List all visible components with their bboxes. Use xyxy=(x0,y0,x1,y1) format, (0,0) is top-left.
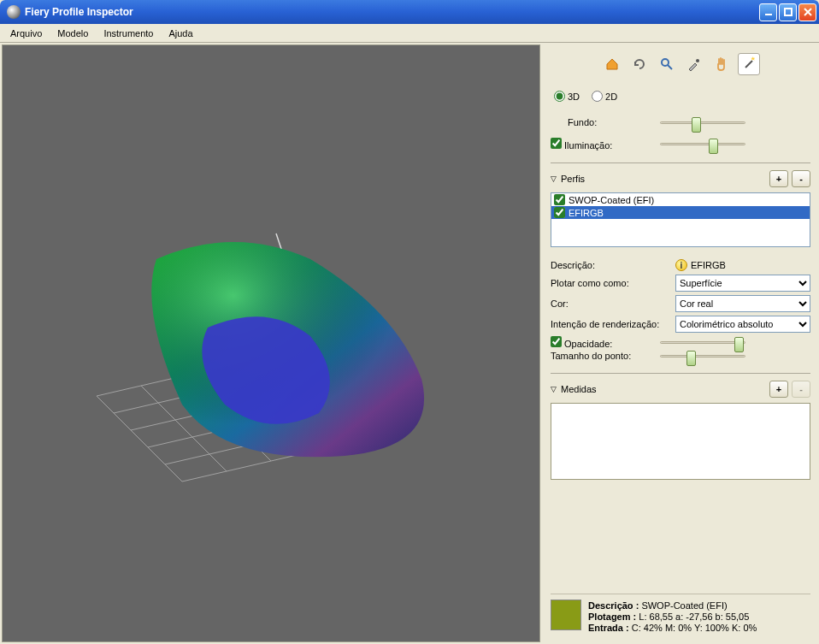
dotsize-slider[interactable] xyxy=(660,355,745,357)
background-slider[interactable] xyxy=(660,121,745,124)
menu-ajuda[interactable]: Ajuda xyxy=(162,27,199,40)
intent-label: Intenção de renderização: xyxy=(551,319,670,329)
measurements-list[interactable] xyxy=(551,403,810,480)
radio-3d[interactable]: 3D xyxy=(554,91,580,102)
minimize-button[interactable] xyxy=(759,3,777,21)
plot-as-label: Plotar como como: xyxy=(551,278,670,288)
lighting-slider[interactable] xyxy=(660,143,745,145)
view-toolbar xyxy=(551,53,810,75)
control-panel: 3D 2D Fundo: Iluminação: ▽ Perfis + - SW… xyxy=(542,43,819,644)
app-icon xyxy=(7,5,21,19)
gamut-plot xyxy=(97,208,456,499)
menu-modelo[interactable]: Modelo xyxy=(50,27,95,40)
add-measurement-button[interactable]: + xyxy=(769,381,788,398)
background-label: Fundo: xyxy=(551,117,653,127)
add-profile-button[interactable]: + xyxy=(769,170,788,187)
radio-2d[interactable]: 2D xyxy=(592,91,617,102)
chevron-down-icon[interactable]: ▽ xyxy=(551,385,557,393)
remove-profile-button[interactable]: - xyxy=(792,170,810,187)
opacity-slider[interactable] xyxy=(660,341,745,344)
status-lines: Descrição : SWOP-Coated (EFI) Plotagem :… xyxy=(588,600,757,634)
menu-instrumento[interactable]: Instrumento xyxy=(97,27,160,40)
window-buttons xyxy=(759,3,816,21)
color-swatch xyxy=(551,600,581,630)
opacity-checkbox[interactable]: Opacidade: xyxy=(551,336,653,349)
chevron-down-icon[interactable]: ▽ xyxy=(551,174,557,183)
home-button[interactable] xyxy=(601,53,623,75)
3d-viewport[interactable] xyxy=(2,44,540,642)
remove-measurement-button[interactable]: - xyxy=(792,381,810,398)
view-mode-radios: 3D 2D xyxy=(551,89,810,109)
lighting-checkbox[interactable]: Iluminação: xyxy=(551,138,653,151)
svg-point-19 xyxy=(696,59,699,62)
svg-point-17 xyxy=(662,59,669,66)
menubar: Arquivo Modelo Instrumento Ajuda xyxy=(0,24,819,43)
close-button[interactable] xyxy=(798,3,816,21)
rotate-button[interactable] xyxy=(628,53,651,75)
color-select[interactable]: Cor real xyxy=(675,295,810,312)
svg-line-18 xyxy=(668,65,672,69)
dotsize-label: Tamanho do ponto: xyxy=(551,351,653,361)
svg-line-10 xyxy=(97,396,182,482)
intent-select[interactable]: Colorimétrico absoluto xyxy=(675,316,810,333)
list-item[interactable]: SWOP-Coated (EFI) xyxy=(551,193,810,206)
description-label: Descrição: xyxy=(551,260,670,270)
titlebar: Fiery Profile Inspector xyxy=(0,0,819,24)
profiles-title: Perfis xyxy=(561,174,585,184)
status-box: Descrição : SWOP-Coated (EFI) Plotagem :… xyxy=(551,594,810,639)
menu-arquivo[interactable]: Arquivo xyxy=(3,27,49,40)
eyedropper-button[interactable] xyxy=(683,53,705,75)
zoom-button[interactable] xyxy=(656,53,678,75)
profiles-section: ▽ Perfis + - SWOP-Coated (EFI) EFIRGB De… xyxy=(551,162,810,363)
info-icon: i xyxy=(675,259,687,271)
description-value: iEFIRGB xyxy=(675,259,810,271)
profiles-list[interactable]: SWOP-Coated (EFI) EFIRGB xyxy=(551,192,810,247)
window-title: Fiery Profile Inspector xyxy=(25,6,759,18)
pan-button[interactable] xyxy=(710,53,733,75)
plot-as-select[interactable]: Superfície xyxy=(675,275,810,292)
maximize-button[interactable] xyxy=(779,3,797,21)
wand-button[interactable] xyxy=(738,53,760,75)
measurements-section: ▽ Medidas + - xyxy=(551,373,810,480)
measurements-title: Medidas xyxy=(561,384,597,394)
color-label: Cor: xyxy=(551,298,670,309)
list-item[interactable]: EFIRGB xyxy=(551,206,810,219)
svg-rect-1 xyxy=(785,9,792,15)
svg-line-20 xyxy=(745,61,752,68)
